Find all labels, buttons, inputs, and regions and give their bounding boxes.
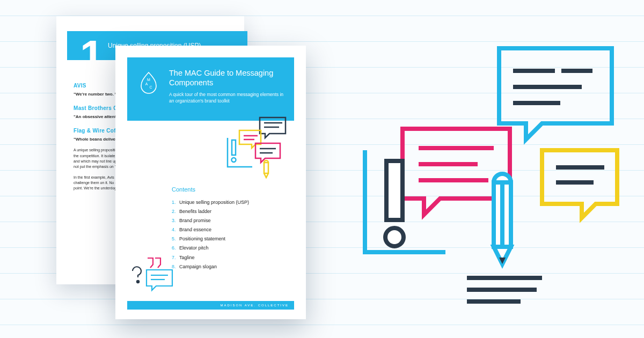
svg-text:C: C <box>149 85 152 89</box>
list-item: 5.Positioning statement <box>172 234 249 244</box>
contents-item-label: Brand promise <box>179 218 211 223</box>
contents-item-label: Benefits ladder <box>179 209 211 214</box>
svg-rect-11 <box>264 163 268 173</box>
svg-point-12 <box>137 281 139 283</box>
contents-item-label: Tagline <box>179 255 195 260</box>
list-item: 1.Unique selling proposition (USP) <box>172 198 249 207</box>
cover-title: The MAC Guide to Messaging Components <box>169 68 284 87</box>
svg-rect-24 <box>386 161 402 220</box>
svg-rect-9 <box>232 140 236 155</box>
hero-illustration-icon <box>354 38 633 306</box>
mac-logo-icon: M A C <box>137 70 160 94</box>
list-item: 7.Tagline <box>172 253 249 262</box>
footer-text: MADISON AVE. COLLECTIVE <box>220 304 289 307</box>
question-quote-icon <box>127 255 181 298</box>
list-item: 8.Campaign slogan <box>172 262 249 271</box>
contents-list: 1.Unique selling proposition (USP) 2.Ben… <box>172 198 249 271</box>
footer-bar: MADISON AVE. COLLECTIVE <box>127 301 294 310</box>
front-document-page: M A C The MAC Guide to Messaging Compone… <box>115 46 306 319</box>
contents-item-label: Positioning statement <box>179 236 225 241</box>
speech-bubble-illustration-icon <box>210 114 291 179</box>
chapter-number: 1 <box>80 31 104 80</box>
list-item: 4.Brand essence <box>172 225 249 234</box>
svg-text:M: M <box>147 78 150 82</box>
list-item: 6.Elevator pitch <box>172 244 249 253</box>
contents-item-label: Brand essence <box>179 227 211 232</box>
cover-hero: M A C The MAC Guide to Messaging Compone… <box>127 57 294 121</box>
list-item: 2.Benefits ladder <box>172 207 249 216</box>
svg-text:A: A <box>145 82 148 86</box>
contents-item-label: Campaign slogan <box>179 264 217 269</box>
svg-point-10 <box>232 158 236 162</box>
svg-point-25 <box>385 228 404 246</box>
contents-item-label: Elevator pitch <box>179 245 209 251</box>
list-item: 3.Brand promise <box>172 216 249 225</box>
contents-heading: Contents <box>172 186 249 193</box>
table-of-contents: Contents 1.Unique selling proposition (U… <box>172 186 249 271</box>
cover-subtitle: A quick tour of the most common messagin… <box>169 92 284 105</box>
contents-item-label: Unique selling proposition (USP) <box>179 200 249 205</box>
